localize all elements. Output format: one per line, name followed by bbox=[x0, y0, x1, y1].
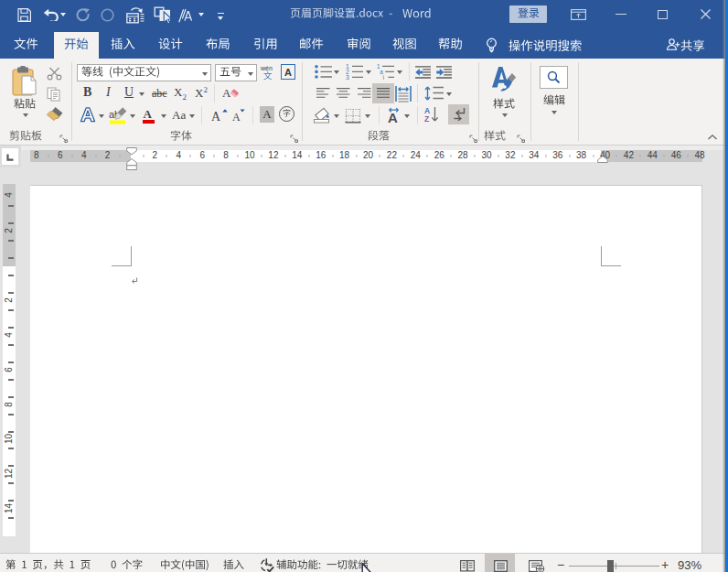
svg-text:3: 3 bbox=[346, 74, 349, 80]
svg-text:Z: Z bbox=[424, 114, 429, 124]
svg-text:i: i bbox=[382, 74, 383, 80]
svg-text:A: A bbox=[222, 86, 231, 100]
svg-text:A: A bbox=[144, 107, 153, 121]
svg-text:A: A bbox=[232, 111, 241, 124]
svg-text:A: A bbox=[211, 110, 221, 124]
